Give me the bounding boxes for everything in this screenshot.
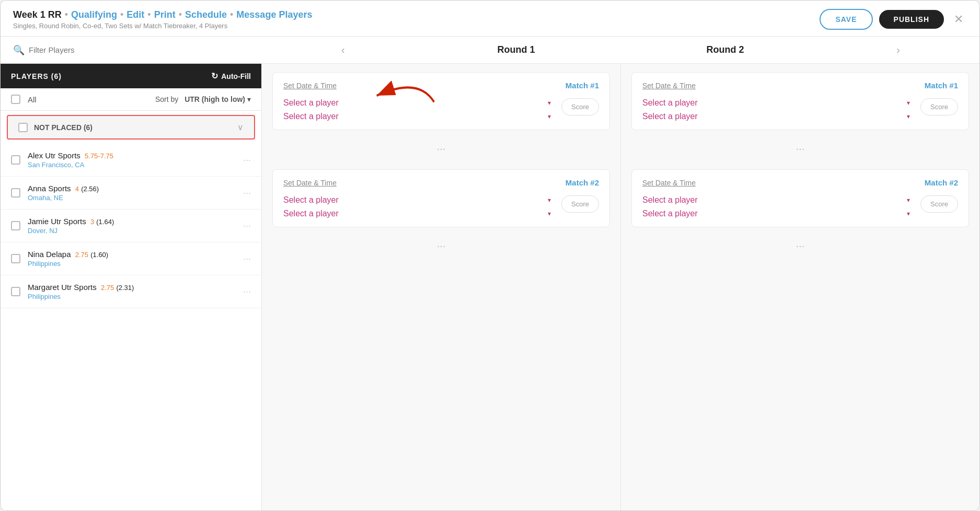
match-header: Set Date & Time Match #2 [283, 178, 599, 187]
match2-label: Match #2 [925, 178, 958, 187]
header-title: Week 1 RR • Qualifying • Edit • Print • … [13, 9, 312, 20]
dropdown-arrow-icon: ▾ [907, 196, 910, 204]
list-item[interactable]: Anna Sports 4 (2.56) Omaha, NE ··· [1, 177, 261, 210]
set-date-link[interactable]: Set Date & Time [283, 179, 337, 187]
match2-footer[interactable]: ··· [621, 236, 979, 258]
not-placed-label: NOT PLACED (6) [34, 123, 231, 132]
add-match-icon: ··· [796, 143, 805, 155]
players-title: PLAYERS (6) [11, 72, 62, 80]
player-options-icon[interactable]: ··· [243, 220, 251, 231]
match-body: Select a player ▾ Select a player ▾ Scor… [283, 98, 599, 121]
score-button[interactable]: Score [920, 195, 958, 213]
match-player-row: Select a player ▾ [283, 209, 551, 218]
next-round-button[interactable]: › [892, 42, 904, 58]
rounds-area: Set Date & Time Match #1 Select a player… [262, 64, 979, 510]
list-item[interactable]: Alex Utr Sports 5.75-7.75 San Francisco,… [1, 144, 261, 177]
autofill-icon: ↻ [211, 71, 218, 81]
score-button[interactable]: Score [561, 98, 599, 115]
qualifying-link[interactable]: Qualifying [71, 9, 117, 20]
player-info: Alex Utr Sports 5.75-7.75 San Francisco,… [28, 151, 236, 169]
match-card: Set Date & Time Match #1 Select a player… [631, 72, 969, 130]
players-panel: PLAYERS (6) ↻ Auto-Fill All Sort by UTR … [1, 64, 262, 510]
not-placed-checkbox[interactable] [18, 123, 28, 132]
select-player-dropdown[interactable]: Select a player [642, 112, 903, 121]
match2-footer[interactable]: ··· [262, 236, 620, 258]
round2-section: Round 2 [683, 44, 767, 55]
save-button[interactable]: SAVE [820, 9, 872, 30]
match-header: Set Date & Time Match #2 [642, 178, 958, 187]
match1-label: Match #1 [566, 81, 599, 90]
select-all-checkbox[interactable] [11, 95, 20, 104]
dropdown-arrow-icon: ▾ [907, 210, 910, 217]
player-name: Nina Delapa 2.75 (1.60) [28, 250, 236, 259]
player-checkbox[interactable] [11, 221, 20, 230]
player-options-icon[interactable]: ··· [243, 155, 251, 166]
match-player-row: Select a player ▾ [283, 195, 551, 205]
publish-button[interactable]: PUBLISH [879, 10, 944, 29]
match1-footer[interactable]: ··· [262, 138, 620, 161]
select-player-dropdown[interactable]: Select a player [283, 209, 544, 218]
score-button[interactable]: Score [561, 195, 599, 213]
match-header: Set Date & Time Match #1 [642, 81, 958, 90]
add-match-icon: ··· [796, 240, 805, 252]
set-date-link[interactable]: Set Date & Time [642, 82, 696, 90]
header-actions: SAVE PUBLISH ✕ [820, 9, 967, 30]
not-placed-row[interactable]: NOT PLACED (6) ∨ [7, 115, 255, 140]
filter-input[interactable] [29, 45, 274, 54]
dropdown-arrow-icon: ▾ [907, 99, 910, 107]
match1-footer[interactable]: ··· [621, 138, 979, 161]
match-player-row: Select a player ▾ [283, 112, 551, 121]
player-info: Margaret Utr Sports 2.75 (2.31) Philippi… [28, 283, 236, 300]
dropdown-arrow-icon: ▾ [548, 99, 551, 107]
player-checkbox[interactable] [11, 254, 20, 263]
players-sort-bar: All Sort by UTR (high to low) ▾ [1, 88, 261, 111]
player-name: Jamie Utr Sports 3 (1.64) [28, 217, 236, 226]
select-player-dropdown[interactable]: Select a player [283, 112, 544, 121]
schedule-link[interactable]: Schedule [185, 9, 227, 20]
select-player-dropdown[interactable]: Select a player [642, 98, 903, 108]
player-options-icon[interactable]: ··· [243, 286, 251, 297]
select-player-dropdown[interactable]: Select a player [283, 195, 544, 205]
player-checkbox[interactable] [11, 155, 20, 165]
list-item[interactable]: Jamie Utr Sports 3 (1.64) Dover, NJ ··· [1, 210, 261, 242]
add-match-icon: ··· [437, 143, 446, 155]
message-players-link[interactable]: Message Players [236, 9, 312, 20]
player-name: Alex Utr Sports 5.75-7.75 [28, 151, 236, 160]
all-label: All [28, 95, 37, 104]
select-player-dropdown[interactable]: Select a player [642, 195, 903, 205]
match-player-row: Select a player ▾ [642, 112, 910, 121]
players-header: PLAYERS (6) ↻ Auto-Fill [1, 64, 261, 88]
round1-label: Round 1 [475, 44, 558, 55]
score-button[interactable]: Score [920, 98, 958, 115]
sort-value: UTR (high to low) [185, 95, 245, 103]
player-name: Anna Sports 4 (2.56) [28, 184, 236, 193]
match-player-row: Select a player ▾ [283, 98, 551, 108]
round1-section: Round 1 [475, 44, 558, 55]
sort-by-text: Sort by [155, 95, 178, 103]
set-date-link[interactable]: Set Date & Time [642, 179, 696, 187]
player-options-icon[interactable]: ··· [243, 253, 251, 264]
set-date-link[interactable]: Set Date & Time [283, 82, 337, 90]
list-item[interactable]: Margaret Utr Sports 2.75 (2.31) Philippi… [1, 275, 261, 308]
autofill-button[interactable]: ↻ Auto-Fill [211, 71, 251, 81]
prev-round-button[interactable]: ‹ [337, 42, 349, 58]
match-body: Select a player ▾ Select a player ▾ Scor… [642, 195, 958, 218]
print-link[interactable]: Print [154, 9, 176, 20]
header: Week 1 RR • Qualifying • Edit • Print • … [1, 1, 979, 37]
select-player-dropdown[interactable]: Select a player [283, 98, 544, 108]
sort-dropdown[interactable]: Sort by UTR (high to low) ▾ [155, 95, 251, 103]
edit-link[interactable]: Edit [126, 9, 144, 20]
round1-column: Set Date & Time Match #1 Select a player… [262, 64, 621, 510]
player-options-icon[interactable]: ··· [243, 188, 251, 199]
match-body: Select a player ▾ Select a player ▾ Scor… [283, 195, 599, 218]
player-selects: Select a player ▾ Select a player ▾ [283, 98, 551, 121]
list-item[interactable]: Nina Delapa 2.75 (1.60) Philippines ··· [1, 242, 261, 275]
close-button[interactable]: ✕ [950, 11, 967, 28]
player-selects: Select a player ▾ Select a player ▾ [642, 195, 910, 218]
player-checkbox[interactable] [11, 188, 20, 198]
rounds-container: Set Date & Time Match #1 Select a player… [262, 64, 979, 510]
select-player-dropdown[interactable]: Select a player [642, 209, 903, 218]
player-checkbox[interactable] [11, 287, 20, 296]
not-placed-chevron-icon: ∨ [237, 122, 244, 132]
filter-section: 🔍 [13, 44, 274, 56]
